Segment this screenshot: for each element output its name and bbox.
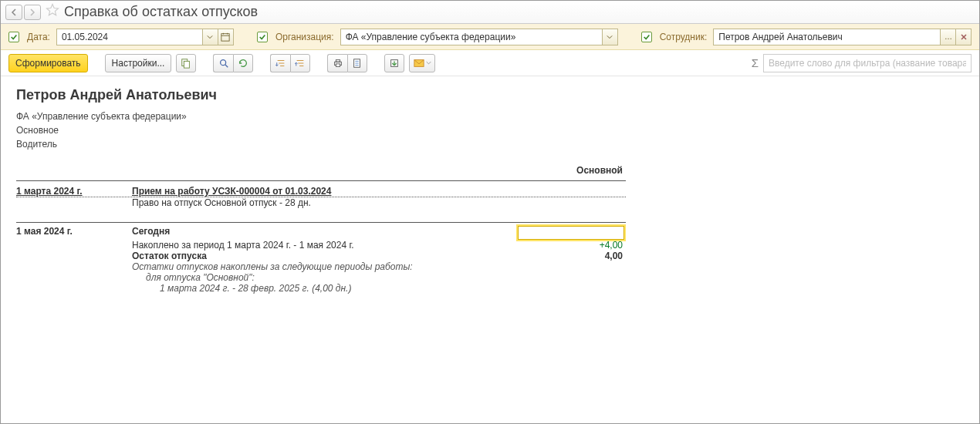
svg-line-7 <box>225 64 228 67</box>
svg-rect-15 <box>336 59 340 62</box>
today-label: Сегодня <box>132 226 518 237</box>
note-periods-header: Остатки отпусков накоплены за следующие … <box>132 261 518 272</box>
balance-label: Остаток отпуска <box>132 251 518 261</box>
page-title: Справка об остатках отпусков <box>64 4 258 20</box>
report-person-name: Петров Андрей Анатольевич <box>16 87 964 103</box>
sum-icon[interactable]: Σ <box>752 56 759 69</box>
back-button[interactable] <box>5 5 22 20</box>
date-checkbox[interactable] <box>8 32 19 42</box>
print-preview-button[interactable] <box>347 54 367 72</box>
hire-date: 1 марта 2024 г. <box>16 186 132 197</box>
emp-open-button[interactable]: … <box>941 29 956 45</box>
svg-rect-16 <box>336 63 340 66</box>
collapse-all-button[interactable] <box>290 54 310 72</box>
org-dropdown-button[interactable] <box>603 29 618 45</box>
filter-input[interactable] <box>763 54 972 72</box>
app-window: Справка об остатках отпусков Дата: 01.05… <box>0 0 980 424</box>
favorite-star-icon[interactable] <box>46 3 59 21</box>
svg-rect-5 <box>184 61 190 68</box>
save-button[interactable] <box>384 54 404 72</box>
toolbar: Сформировать Настройки... <box>1 50 979 76</box>
svg-rect-0 <box>221 33 229 40</box>
report-org: ФА «Управление субъекта федерации» <box>16 109 964 123</box>
hire-doc-link[interactable]: Прием на работу УСЗК-000004 от 01.03.202… <box>132 186 331 197</box>
find-button[interactable] <box>213 54 233 72</box>
titlebar: Справка об остатках отпусков <box>1 1 979 24</box>
date-field[interactable]: 01.05.2024 <box>56 29 203 45</box>
note-period-detail: 1 марта 2024 г. - 28 февр. 2025 г. (4,00… <box>132 283 518 294</box>
variants-button[interactable] <box>176 54 196 72</box>
date-calendar-button[interactable] <box>218 29 234 45</box>
print-button[interactable] <box>327 54 347 72</box>
refresh-button[interactable] <box>233 54 253 72</box>
send-email-button[interactable] <box>409 54 435 72</box>
column-header-main: Основной <box>518 165 626 176</box>
emp-checkbox[interactable] <box>641 32 652 42</box>
hire-right-text: Право на отпуск Основной отпуск - 28 дн. <box>132 197 518 208</box>
emp-label: Сотрудник: <box>660 32 708 42</box>
report-contract: Основное <box>16 123 964 137</box>
generate-button[interactable]: Сформировать <box>8 54 88 72</box>
settings-button[interactable]: Настройки... <box>105 54 172 72</box>
org-field[interactable]: ФА «Управление субъекта федерации» <box>340 29 603 45</box>
emp-clear-button[interactable] <box>956 29 972 45</box>
report-area: Петров Андрей Анатольевич ФА «Управление… <box>1 76 979 303</box>
org-checkbox[interactable] <box>257 32 268 42</box>
today-date: 1 мая 2024 г. <box>16 226 132 237</box>
note-vacation-type: для отпуска "Основной": <box>132 272 518 283</box>
svg-point-6 <box>221 59 226 65</box>
emp-field[interactable]: Петров Андрей Анатольевич <box>713 29 941 45</box>
accumulated-text: Накоплено за период 1 марта 2024 г. - 1 … <box>132 240 518 251</box>
date-dropdown-button[interactable] <box>203 29 218 45</box>
org-label: Организация: <box>275 32 334 42</box>
date-label: Дата: <box>27 32 50 42</box>
forward-button[interactable] <box>24 5 41 20</box>
filter-bar: Дата: 01.05.2024 Организация: ФА «Управл… <box>1 24 979 50</box>
accumulated-value: +4,00 <box>518 240 626 251</box>
report-position: Водитель <box>16 137 964 151</box>
expand-all-button[interactable] <box>270 54 290 72</box>
balance-value: 4,00 <box>518 251 626 261</box>
selected-cell[interactable] <box>518 226 626 240</box>
